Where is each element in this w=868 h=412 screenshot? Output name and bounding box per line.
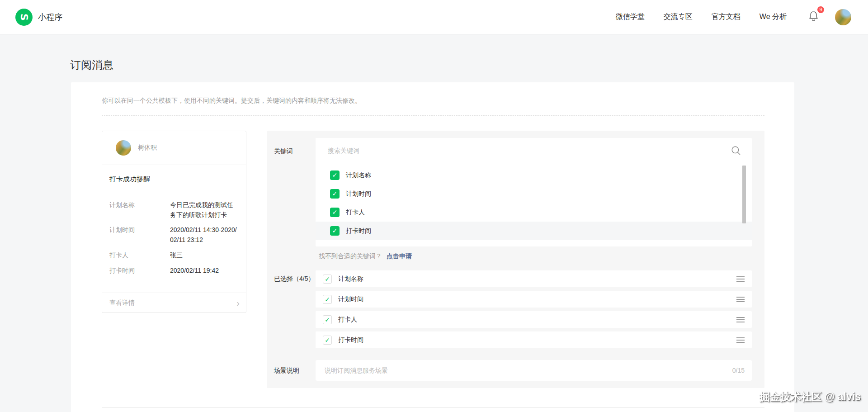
keyword-apply-hint: 找不到合适的关键词？点击申请	[319, 252, 752, 260]
scene-input-box: 0/15	[316, 360, 752, 381]
preview-field-row: 计划时间 2020/02/11 14:30-2020/02/11 23:12	[109, 225, 239, 245]
subscription-message-card: 你可以在同一个公共模板下，使用不同的关键词。提交后，关键词的内容和顺序将无法修改…	[71, 82, 794, 412]
selected-list: ✓ 计划名称 ✓ 计划时间 ✓ 打卡人	[316, 270, 752, 352]
checkbox-checked-icon[interactable]: ✓	[330, 208, 340, 217]
dashed-divider	[102, 115, 764, 116]
chevron-right-icon: ›	[236, 298, 240, 308]
drag-handle-icon[interactable]	[736, 295, 745, 303]
preview-field-row: 打卡时间 2020/02/11 19:42	[109, 265, 239, 275]
preview-header: 树体积	[102, 131, 246, 165]
checkbox-outline-checked-icon[interactable]: ✓	[323, 336, 332, 345]
keyword-option-row[interactable]: ✓ 计划名称	[316, 166, 752, 185]
search-icon	[730, 145, 742, 158]
checkbox-outline-checked-icon[interactable]: ✓	[323, 315, 332, 324]
preview-body: 打卡成功提醒 计划名称 今日已完成我的测试任务下的听歌计划打卡 计划时间 202…	[102, 165, 246, 293]
keyword-option-row[interactable]: ✓ 打卡人	[316, 203, 752, 222]
checkbox-outline-checked-icon[interactable]: ✓	[323, 275, 332, 284]
message-preview-card: 树体积 打卡成功提醒 计划名称 今日已完成我的测试任务下的听歌计划打卡 计划时间…	[102, 131, 246, 313]
field-label: 打卡人	[109, 250, 170, 260]
apply-keyword-link[interactable]: 点击申请	[387, 252, 412, 260]
drag-handle-icon[interactable]	[736, 336, 745, 344]
drag-handle-icon[interactable]	[736, 275, 745, 283]
content-row: 树体积 打卡成功提醒 计划名称 今日已完成我的测试任务下的听歌计划打卡 计划时间…	[102, 131, 764, 388]
account-avatar	[116, 140, 131, 156]
bottom-divider	[102, 407, 764, 407]
field-value: 2020/02/11 14:30-2020/02/11 23:12	[170, 225, 239, 245]
account-name: 树体积	[138, 144, 157, 152]
char-counter: 0/15	[732, 367, 745, 374]
preview-field-row: 计划名称 今日已完成我的测试任务下的听歌计划打卡	[109, 200, 239, 220]
navbar-links: 微信学堂 交流专区 官方文档 We 分析 9	[597, 9, 851, 25]
description-text: 你可以在同一个公共模板下，使用不同的关键词。提交后，关键词的内容和顺序将无法修改…	[102, 96, 764, 105]
preview-field-row: 打卡人 张三	[109, 250, 239, 260]
field-value: 2020/02/11 19:42	[170, 265, 239, 275]
keyword-picker: ✓ 计划名称 ✓ 计划时间 ✓ 打卡人	[316, 138, 752, 246]
checkbox-outline-checked-icon[interactable]: ✓	[323, 295, 332, 304]
keyword-option-label: 计划时间	[346, 190, 371, 198]
selected-item-label: 打卡时间	[338, 336, 736, 344]
keyword-search	[325, 138, 743, 163]
keyword-search-input[interactable]	[325, 138, 743, 163]
scene-description-input[interactable]	[325, 367, 727, 374]
apply-hint-text: 找不到合适的关键词？	[319, 252, 382, 260]
keyword-option-row[interactable]: ✓ 计划时间	[316, 185, 752, 203]
keyword-option-label: 计划名称	[346, 171, 371, 180]
user-avatar[interactable]	[835, 9, 851, 25]
keyword-form-panel: 关键词	[267, 131, 764, 388]
field-label: 打卡时间	[109, 265, 170, 275]
selected-item-row[interactable]: ✓ 计划名称	[316, 270, 752, 287]
brand-title: 小程序	[38, 12, 62, 23]
keyword-option-list: ✓ 计划名称 ✓ 计划时间 ✓ 打卡人	[316, 163, 752, 240]
nav-link-community[interactable]: 交流专区	[664, 12, 693, 22]
keyword-label: 关键词	[274, 138, 316, 156]
field-label: 计划名称	[109, 200, 170, 220]
keyword-row: 关键词	[274, 138, 752, 270]
brand: S 小程序	[15, 9, 62, 26]
selected-label: 已选择（4/5）	[274, 270, 316, 283]
main-content: 订阅消息 你可以在同一个公共模板下，使用不同的关键词。提交后，关键词的内容和顺序…	[0, 58, 868, 412]
scrollbar-thumb[interactable]	[742, 166, 746, 223]
keyword-option-label: 打卡时间	[346, 227, 371, 235]
view-detail-label: 查看详情	[109, 299, 135, 307]
notification-bell-icon[interactable]: 9	[807, 10, 820, 24]
selected-item-label: 计划时间	[338, 295, 736, 303]
scene-row: 场景说明 0/15	[274, 360, 752, 381]
drag-handle-icon[interactable]	[736, 316, 745, 324]
selected-item-label: 计划名称	[338, 275, 736, 283]
view-detail-link[interactable]: 查看详情 ›	[102, 293, 246, 313]
page-title: 订阅消息	[70, 58, 868, 72]
selected-item-row[interactable]: ✓ 打卡人	[316, 311, 752, 328]
selected-item-row[interactable]: ✓ 计划时间	[316, 291, 752, 308]
field-label: 计划时间	[109, 225, 170, 245]
nav-link-we-analytics[interactable]: We 分析	[760, 12, 787, 22]
notification-badge: 9	[816, 5, 825, 14]
checkbox-checked-icon[interactable]: ✓	[330, 189, 340, 199]
top-navbar: S 小程序 微信学堂 交流专区 官方文档 We 分析 9	[0, 0, 868, 34]
selected-item-row[interactable]: ✓ 打卡时间	[316, 331, 752, 348]
selected-row: 已选择（4/5） ✓ 计划名称 ✓ 计划时间 ✓	[274, 270, 752, 352]
keyword-option-label: 打卡人	[346, 208, 365, 217]
nav-link-wechat-classroom[interactable]: 微信学堂	[616, 12, 645, 22]
message-title: 打卡成功提醒	[109, 175, 239, 184]
selected-item-label: 打卡人	[338, 316, 736, 324]
miniprogram-logo-icon: S	[15, 9, 33, 26]
keyword-option-row[interactable]: ✓ 打卡时间	[316, 222, 752, 240]
nav-link-official-docs[interactable]: 官方文档	[712, 12, 741, 22]
scene-label: 场景说明	[274, 360, 316, 375]
field-value: 今日已完成我的测试任务下的听歌计划打卡	[170, 200, 239, 220]
checkbox-checked-icon[interactable]: ✓	[330, 170, 340, 180]
checkbox-checked-icon[interactable]: ✓	[330, 226, 340, 236]
field-value: 张三	[170, 250, 239, 260]
